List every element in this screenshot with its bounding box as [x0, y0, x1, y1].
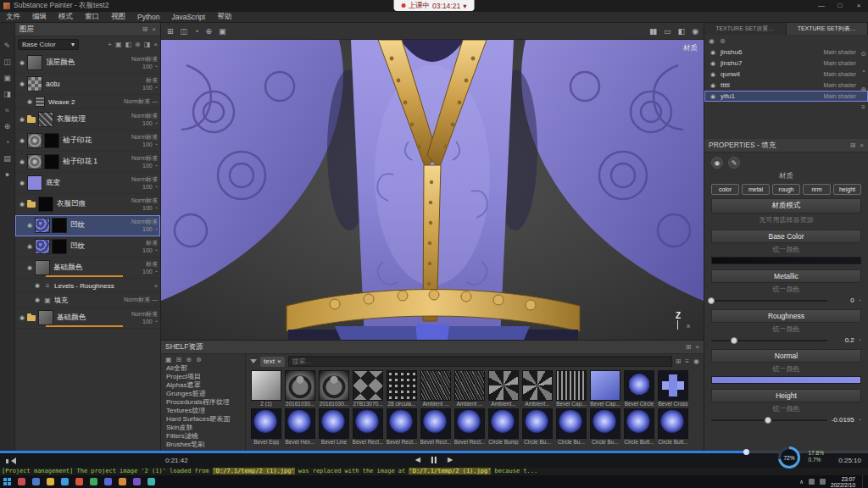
channel-filter-select[interactable]: Base Color ▾ — [18, 39, 79, 50]
layer-mask-thumbnail[interactable] — [52, 239, 67, 254]
layer-row[interactable]: ◉基础颜色Norm标准100◔ — [15, 308, 160, 329]
layer-opacity[interactable]: 100◔ — [142, 162, 158, 169]
roughness-header[interactable]: Roughness — [711, 309, 861, 323]
stamp-icon[interactable]: ▣ — [219, 27, 225, 36]
metallic-slider[interactable] — [711, 300, 827, 302]
eye-icon[interactable]: ◉ — [17, 201, 27, 208]
shelf-thumbnail[interactable] — [522, 370, 553, 401]
shelf-thumbnail[interactable] — [590, 408, 620, 439]
shelf-category[interactable]: Brushes笔刷 — [161, 441, 245, 449]
shelf-item[interactable]: Bevel Rect... — [420, 408, 452, 445]
shelf-thumbnail[interactable] — [319, 408, 349, 439]
layer-row[interactable]: ◉衣服凹痕Norm标准100◔ — [15, 194, 160, 215]
shelf-item[interactable]: Ambient ... — [453, 370, 486, 407]
shelf-item[interactable]: Circle Bu... — [555, 408, 587, 445]
delete-icon[interactable]: × — [153, 41, 158, 48]
eye-icon[interactable]: ◉ — [17, 180, 27, 186]
shelf-item[interactable]: Bevel Egg — [250, 408, 282, 445]
eye-icon[interactable]: ◉ — [17, 137, 27, 144]
shelf-thumbnail[interactable] — [590, 370, 620, 401]
eye-icon[interactable]: ◉ — [32, 282, 42, 289]
eye-icon[interactable]: ◉ — [17, 80, 27, 87]
shelf-item[interactable]: 27B13070... — [352, 370, 384, 407]
shelf-thumbnail[interactable] — [556, 408, 587, 439]
projection-icon[interactable]: ▣ — [3, 74, 11, 82]
recording-badge[interactable]: 上课中 03:14:21 ▾ — [394, 0, 475, 11]
taskbar-app-2-icon[interactable] — [32, 478, 40, 485]
layer-row[interactable]: ◉≡Levels - Roughness× — [15, 279, 160, 293]
material-mode-icon[interactable]: ◉ — [711, 157, 723, 169]
shelf-thumbnail[interactable] — [319, 370, 349, 401]
channel-height-button[interactable]: height — [833, 184, 861, 195]
dial-icon[interactable]: ◔ — [858, 337, 861, 343]
shelf-thumbnail[interactable] — [420, 370, 451, 401]
layer-thumbnail[interactable] — [27, 76, 42, 92]
shelf-thumbnail[interactable] — [387, 370, 417, 401]
taskbar-app-1-icon[interactable] — [18, 478, 25, 485]
texture-set-row[interactable]: ◉jinshu7Main shader — [704, 58, 868, 69]
filter-funnel-icon[interactable] — [250, 359, 257, 363]
shelf-item[interactable]: 28 circula... — [386, 370, 418, 407]
volume-icon[interactable] — [6, 458, 15, 465]
add-folder-icon[interactable]: ▣ — [115, 41, 122, 48]
layer-opacity[interactable]: 100◔ — [142, 268, 158, 275]
titlebar[interactable]: Substance Painter - 衣服test2 上课中 03:14:21… — [0, 0, 868, 12]
dial-icon[interactable]: ◔ — [858, 297, 861, 303]
shelf-item[interactable]: 20161030... — [318, 370, 350, 407]
taskbar-app-3-icon[interactable] — [47, 478, 54, 485]
menu-item[interactable]: Python — [131, 13, 165, 21]
video-progress-bar[interactable] — [0, 451, 868, 453]
menu-item[interactable]: 编辑 — [26, 12, 53, 22]
polygon-fill-icon[interactable]: ◨ — [3, 90, 11, 98]
shelf-category[interactable]: Filters滤镜 — [161, 432, 245, 441]
texture-set-row[interactable]: ◉jinshu6Main shader — [704, 47, 868, 58]
layer-mask-thumbnail[interactable] — [44, 154, 59, 169]
eraser-icon[interactable]: ◫ — [3, 58, 11, 66]
shelf-item[interactable]: Bevel Hex... — [284, 408, 316, 445]
layer-row[interactable]: ◉袖子印花Norm标准100◔ — [15, 130, 160, 152]
layer-opacity[interactable]: 100◔ — [142, 247, 158, 254]
eye-icon[interactable]: ◉ — [709, 37, 715, 45]
layer-mask-thumbnail[interactable] — [52, 218, 67, 233]
camera-icon[interactable]: ◉ — [692, 27, 698, 36]
layer-mask-thumbnail[interactable] — [38, 197, 53, 212]
add-fill-icon[interactable]: ◧ — [125, 41, 132, 48]
dock-icon[interactable]: ⊞ — [686, 343, 692, 351]
shelf-item[interactable]: Bevel Cross — [657, 370, 689, 407]
roughness-slider[interactable] — [711, 340, 827, 341]
shelf-category[interactable]: Hard Surfaces硬表面 — [161, 415, 245, 424]
shelf-folder-icon[interactable]: ▣ — [165, 356, 172, 363]
symmetry-icon[interactable]: ◫ — [181, 27, 187, 36]
metallic-value[interactable]: 0 — [831, 297, 854, 304]
texture-set-tab[interactable]: TEXTURE SET列表… — [787, 23, 868, 35]
layer-opacity[interactable]: 100◔ — [142, 318, 158, 325]
shelf-thumbnail[interactable] — [420, 408, 451, 439]
quick-mask-icon[interactable]: ▤ — [3, 154, 11, 163]
shelf-thumbnail[interactable] — [251, 408, 281, 439]
height-value[interactable]: -0.0195 — [831, 416, 854, 424]
layer-opacity[interactable]: 100◔ — [142, 183, 158, 191]
axis-gizmo[interactable]: Z x — [676, 312, 690, 330]
height-slider-knob[interactable] — [765, 417, 771, 424]
uniform-color-label[interactable]: 统一颜色 — [711, 404, 861, 413]
tray-expand-icon[interactable]: ∧ — [799, 479, 804, 485]
shelf-item[interactable]: Circle Bu... — [521, 408, 554, 445]
shelf-item[interactable]: Ambient... — [487, 370, 520, 407]
layer-thumbnail[interactable] — [38, 310, 53, 325]
channel-color-button[interactable]: color — [711, 184, 739, 195]
channel-rough-button[interactable]: rough — [772, 184, 800, 195]
shelf-item[interactable]: Circle Butt... — [623, 408, 655, 445]
shelf-item[interactable]: 2 (1) — [250, 370, 282, 407]
layer-row[interactable]: ◉顶层颜色Norm标准100◔ — [15, 53, 160, 74]
shelf-category[interactable]: Grunges脏迹 — [161, 390, 245, 398]
channel-nrm-button[interactable]: nrm — [803, 184, 831, 195]
eye-icon[interactable]: ◉ — [708, 60, 718, 67]
layer-opacity[interactable]: 100◔ — [142, 84, 158, 92]
info-icon[interactable]: ◉ — [693, 358, 699, 365]
shelf-thumbnail[interactable] — [624, 408, 654, 439]
viewport-3d-canvas[interactable]: 材质 Z x — [161, 40, 704, 340]
dial-icon[interactable]: ◔ — [858, 417, 861, 423]
uniform-color-label[interactable]: 统一颜色 — [711, 324, 861, 334]
base-color-header[interactable]: Base Color — [711, 230, 861, 243]
normal-header[interactable]: Normal — [711, 349, 861, 363]
